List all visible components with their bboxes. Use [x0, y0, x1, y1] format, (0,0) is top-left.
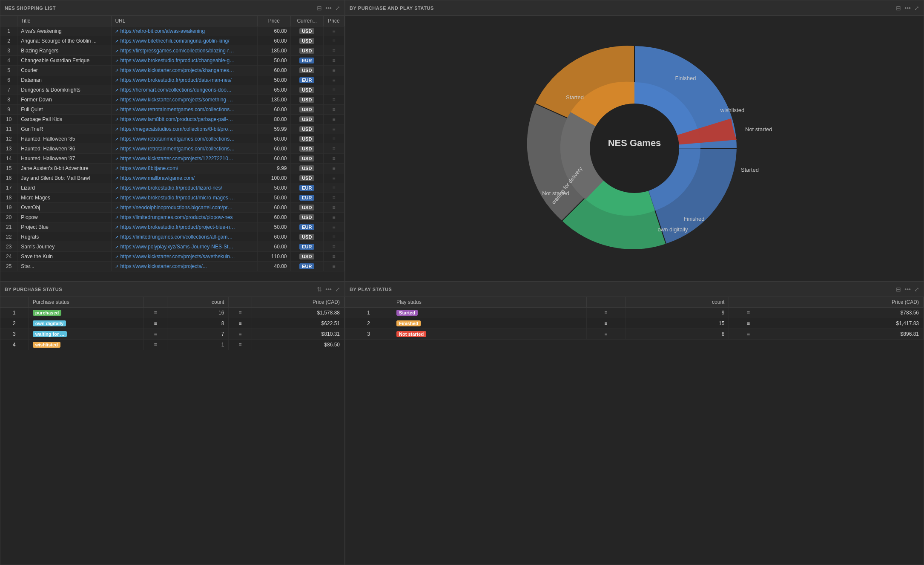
row-menu-icon[interactable]: ≡	[332, 136, 335, 142]
filter-icon[interactable]: ≡	[154, 342, 157, 348]
row-menu[interactable]: ≡	[323, 144, 344, 154]
th-play-count[interactable]: count	[625, 297, 729, 308]
row-url[interactable]: ↗ https://www.mallbrawlgame.com/	[112, 173, 258, 183]
url-link[interactable]: ↗ https://www.brokestudio.fr/product/cha…	[115, 58, 254, 63]
row-menu-icon[interactable]: ≡	[332, 146, 335, 152]
row-url[interactable]: ↗ https://www.kickstarter.com/projects/k…	[112, 66, 258, 75]
purchase-row-filter[interactable]: ≡	[144, 318, 167, 329]
play-row-filter2[interactable]: ≡	[729, 318, 768, 329]
row-menu-icon[interactable]: ≡	[332, 116, 335, 122]
row-menu[interactable]: ≡	[323, 26, 344, 36]
row-menu-icon[interactable]: ≡	[332, 67, 335, 73]
filter-icon2[interactable]: ≡	[239, 310, 242, 316]
row-url[interactable]: ↗ https://megacatstudios.com/collections…	[112, 124, 258, 134]
play-row-filter[interactable]: ≡	[586, 329, 625, 340]
row-menu[interactable]: ≡	[323, 66, 344, 75]
filter-icon[interactable]: ⊟	[317, 5, 322, 12]
row-menu[interactable]: ≡	[323, 242, 344, 252]
url-link[interactable]: ↗ https://megacatstudios.com/collections…	[115, 126, 254, 132]
url-link[interactable]: ↗ https://www.brokestudio.fr/product/dat…	[115, 77, 254, 83]
filter-icon2[interactable]: ≡	[239, 331, 242, 337]
row-menu[interactable]: ≡	[323, 173, 344, 183]
row-url[interactable]: ↗ https://www.kickstarter.com/projects/1…	[112, 154, 258, 164]
row-menu[interactable]: ≡	[323, 183, 344, 193]
row-menu[interactable]: ≡	[323, 222, 344, 232]
chart-expand-icon[interactable]: ⤢	[914, 5, 919, 12]
th-purchase-status[interactable]: Purchase status	[28, 297, 144, 308]
chart-filter-icon[interactable]: ⊟	[896, 5, 901, 12]
play-filter-icon2[interactable]: ≡	[747, 331, 750, 337]
row-menu-icon[interactable]: ≡	[332, 38, 335, 44]
url-link[interactable]: ↗ https://www.8bitjane.com/	[115, 165, 254, 171]
purchase-row-filter[interactable]: ≡	[144, 340, 167, 350]
row-menu-icon[interactable]: ≡	[332, 205, 335, 210]
play-filter-icon-row[interactable]: ≡	[604, 320, 607, 326]
filter-icon[interactable]: ≡	[154, 331, 157, 337]
th-play-status[interactable]: Play status	[392, 297, 587, 308]
row-menu-icon[interactable]: ≡	[332, 263, 335, 269]
row-url[interactable]: ↗ https://www.retrotainmentgames.com/col…	[112, 144, 258, 154]
row-menu-icon[interactable]: ≡	[332, 185, 335, 191]
url-link[interactable]: ↗ https://www.brokestudio.fr/product/liz…	[115, 185, 254, 191]
th-price-cad[interactable]: Price (CAD)	[252, 297, 344, 308]
col-currency[interactable]: Curren...	[290, 16, 323, 26]
row-url[interactable]: ↗ https://www.retrotainmentgames.com/col…	[112, 105, 258, 115]
play-row-filter[interactable]: ≡	[586, 318, 625, 329]
url-link[interactable]: ↗ https://retro-bit.com/alwas-awakening	[115, 28, 254, 34]
row-menu-icon[interactable]: ≡	[332, 58, 335, 63]
row-url[interactable]: ↗ https://www.kickstarter.com/projects/s…	[112, 252, 258, 262]
purchase-row-filter2[interactable]: ≡	[229, 308, 252, 318]
purchase-row-filter[interactable]: ≡	[144, 308, 167, 318]
row-menu-icon[interactable]: ≡	[332, 156, 335, 161]
th-play-price-cad[interactable]: Price (CAD)	[768, 297, 923, 308]
row-menu[interactable]: ≡	[323, 203, 344, 213]
row-menu-icon[interactable]: ≡	[332, 126, 335, 132]
url-link[interactable]: ↗ https://www.kickstarter.com/projects/.…	[115, 263, 254, 269]
row-url[interactable]: ↗ https://firstpressgames.com/collection…	[112, 46, 258, 56]
url-link[interactable]: ↗ https://limitedrungames.com/products/p…	[115, 214, 254, 220]
row-menu[interactable]: ≡	[323, 134, 344, 144]
row-menu[interactable]: ≡	[323, 262, 344, 271]
row-url[interactable]: ↗ https://www.bitethechili.com/anguna-go…	[112, 36, 258, 46]
row-url[interactable]: ↗ https://retro-bit.com/alwas-awakening	[112, 26, 258, 36]
play-filter-icon2[interactable]: ≡	[747, 310, 750, 316]
row-menu-icon[interactable]: ≡	[332, 224, 335, 230]
purchase-expand-icon[interactable]: ⤢	[335, 286, 340, 293]
row-menu[interactable]: ≡	[323, 75, 344, 85]
play-row-filter2[interactable]: ≡	[729, 329, 768, 340]
row-menu[interactable]: ≡	[323, 56, 344, 66]
play-filter-icon-row[interactable]: ≡	[604, 310, 607, 316]
table-scroll[interactable]: Title URL Price Curren... Price 1 Alwa's…	[0, 16, 344, 281]
row-menu-icon[interactable]: ≡	[332, 48, 335, 54]
row-url[interactable]: ↗ https://www.brokestudio.fr/product/pro…	[112, 222, 258, 232]
row-menu-icon[interactable]: ≡	[332, 175, 335, 181]
url-link[interactable]: ↗ https://www.kickstarter.com/projects/k…	[115, 67, 254, 73]
filter-icon2[interactable]: ≡	[239, 342, 242, 348]
url-link[interactable]: ↗ https://www.iam8bit.com/products/garba…	[115, 116, 254, 122]
row-menu-icon[interactable]: ≡	[332, 214, 335, 220]
play-filter-icon-row[interactable]: ≡	[604, 331, 607, 337]
play-filter-icon[interactable]: ⊟	[896, 286, 901, 293]
row-menu-icon[interactable]: ≡	[332, 28, 335, 34]
col-price2[interactable]: Price	[323, 16, 344, 26]
row-menu[interactable]: ≡	[323, 36, 344, 46]
url-link[interactable]: ↗ https://neodolphinoproductions.bigcart…	[115, 205, 254, 210]
filter-icon[interactable]: ≡	[154, 310, 157, 316]
row-menu[interactable]: ≡	[323, 193, 344, 203]
row-url[interactable]: ↗ https://www.brokestudio.fr/product/dat…	[112, 75, 258, 85]
row-menu[interactable]: ≡	[323, 95, 344, 105]
url-link[interactable]: ↗ https://www.mallbrawlgame.com/	[115, 175, 254, 181]
row-url[interactable]: ↗ https://www.polyplay.xyz/Sams-Journey-…	[112, 242, 258, 252]
url-link[interactable]: ↗ https://www.polyplay.xyz/Sams-Journey-…	[115, 244, 254, 250]
more-icon[interactable]: •••	[325, 5, 332, 12]
row-menu[interactable]: ≡	[323, 46, 344, 56]
row-url[interactable]: ↗ https://www.brokestudio.fr/product/mic…	[112, 193, 258, 203]
purchase-more-icon[interactable]: •••	[325, 286, 332, 293]
row-menu-icon[interactable]: ≡	[332, 254, 335, 259]
row-menu[interactable]: ≡	[323, 213, 344, 222]
row-menu[interactable]: ≡	[323, 252, 344, 262]
url-link[interactable]: ↗ https://firstpressgames.com/collection…	[115, 48, 254, 54]
purchase-row-filter2[interactable]: ≡	[229, 318, 252, 329]
purchase-sort-icon[interactable]: ⇅	[317, 286, 322, 293]
play-more-icon[interactable]: •••	[904, 286, 911, 293]
